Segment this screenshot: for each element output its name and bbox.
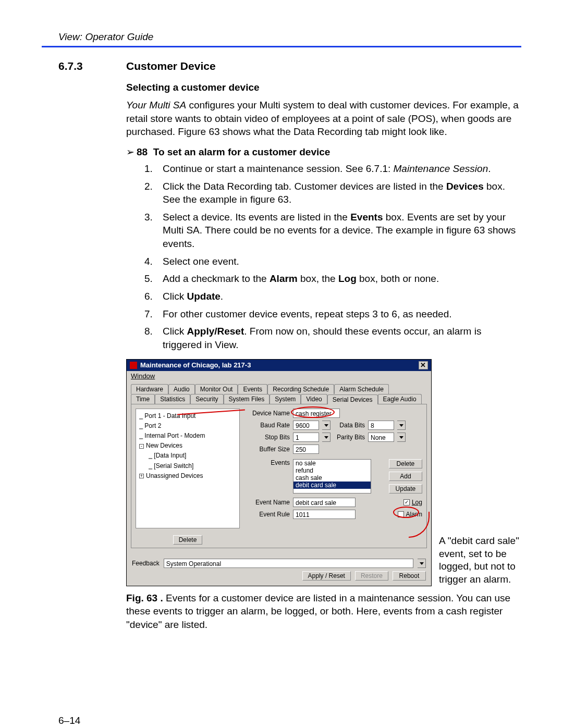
- tab-system[interactable]: System: [270, 394, 301, 404]
- fields-panel: Device Name cash register Baud Rate 9600…: [245, 409, 422, 544]
- procedure-heading: ➢88 To set an alarm for a customer devic…: [126, 146, 521, 158]
- data-bits-label: Data Bits: [334, 422, 365, 429]
- section-number: 6.7.3: [58, 60, 105, 72]
- step: For other customer device events, repeat…: [155, 307, 521, 321]
- events-update-button[interactable]: Update: [389, 484, 422, 493]
- events-label: Events: [245, 459, 290, 466]
- reboot-button[interactable]: Reboot: [393, 571, 426, 581]
- data-bits-select[interactable]: 8: [368, 421, 394, 430]
- app-icon: [130, 362, 137, 369]
- chevron-down-icon[interactable]: [397, 433, 406, 442]
- step: Select one event.: [155, 255, 521, 268]
- page-number: 6–14: [42, 715, 521, 726]
- annotation-circle-device-name: [291, 406, 335, 418]
- buffer-label: Buffer Size: [245, 446, 290, 453]
- window-title: Maintenance of Chicago, lab 217-3: [140, 361, 251, 369]
- event-rule-label: Event Rule: [245, 511, 290, 518]
- log-label: Log: [412, 499, 422, 506]
- list-item[interactable]: refund: [293, 467, 371, 474]
- intro-paragraph: Your Multi SA configures your Multi syst…: [126, 98, 521, 139]
- tab-time[interactable]: Time: [131, 394, 155, 404]
- tab-serial-devices[interactable]: Serial Devices: [327, 394, 378, 404]
- stop-bits-label: Stop Bits: [245, 434, 290, 441]
- chevron-down-icon[interactable]: [322, 433, 331, 442]
- event-name-input[interactable]: debit card sale: [293, 498, 356, 507]
- tab-strip: Hardware Audio Monitor Out Events Record…: [127, 381, 431, 404]
- events-add-button[interactable]: Add: [389, 472, 422, 481]
- parity-select[interactable]: None: [368, 433, 394, 442]
- step: Continue or start a maintenance session.…: [155, 162, 521, 176]
- header-rule: [42, 46, 521, 47]
- step: Click Update.: [155, 290, 521, 303]
- tree-delete-button[interactable]: Delete: [173, 535, 203, 545]
- tab-statistics[interactable]: Statistics: [155, 394, 190, 404]
- step: Add a checkmark to the Alarm box, the Lo…: [155, 272, 521, 286]
- chevron-down-icon[interactable]: [397, 421, 406, 430]
- section-title: Customer Device: [126, 60, 216, 72]
- chevron-down-icon[interactable]: [322, 421, 331, 430]
- tab-monitor-out[interactable]: Monitor Out: [195, 384, 238, 394]
- feedback-field[interactable]: System Operational: [164, 559, 413, 568]
- apply-reset-button[interactable]: Apply / Reset: [302, 571, 351, 581]
- events-listbox[interactable]: no sale refund cash sale debit card sale: [293, 459, 371, 493]
- page-header: View: Operator Guide: [42, 31, 521, 43]
- feedback-label: Feedback: [132, 560, 160, 567]
- buffer-input[interactable]: 250: [293, 445, 319, 454]
- tab-recording-schedule[interactable]: Recording Schedule: [267, 384, 334, 394]
- restore-button[interactable]: Restore: [355, 571, 388, 581]
- event-rule-input[interactable]: 1011: [293, 510, 356, 519]
- arrow-icon: ➢: [126, 146, 134, 157]
- tab-video[interactable]: Video: [301, 394, 327, 404]
- tab-hardware[interactable]: Hardware: [131, 384, 168, 394]
- step: Select a device. Its events are listed i…: [155, 211, 521, 251]
- bottom-bar: Feedback System Operational Apply / Rese…: [127, 552, 431, 586]
- tab-alarm-schedule[interactable]: Alarm Schedule: [334, 384, 389, 394]
- close-button[interactable]: ✕: [419, 361, 428, 369]
- device-tree[interactable]: ⎯ Port 1 - Data Input ⎯ Port 2 ⎯ Interna…: [136, 409, 240, 528]
- list-item[interactable]: debit card sale: [293, 482, 371, 489]
- parity-label: Parity Bits: [334, 434, 365, 441]
- subheading: Selecting a customer device: [126, 82, 521, 93]
- stop-bits-select[interactable]: 1: [293, 433, 319, 442]
- procedure-steps: Continue or start a maintenance session.…: [141, 162, 521, 352]
- intro-italic: Your Multi SA: [126, 100, 186, 110]
- tab-system-files[interactable]: System Files: [224, 394, 270, 404]
- screenshot-window: Maintenance of Chicago, lab 217-3 ✕ Wind…: [126, 359, 432, 586]
- step: Click Apply/Reset. From now on, should t…: [155, 325, 521, 351]
- tab-events[interactable]: Events: [238, 384, 267, 394]
- step: Click the Data Recording tab. Customer d…: [155, 180, 521, 206]
- list-item[interactable]: cash sale: [293, 474, 371, 482]
- list-item[interactable]: no sale: [293, 460, 371, 467]
- window-titlebar: Maintenance of Chicago, lab 217-3 ✕: [127, 360, 431, 371]
- tab-security[interactable]: Security: [190, 394, 223, 404]
- events-delete-button[interactable]: Delete: [389, 459, 422, 468]
- baud-label: Baud Rate: [245, 422, 290, 429]
- log-checkbox[interactable]: ✓: [403, 499, 410, 505]
- menu-window[interactable]: Window: [127, 371, 431, 381]
- device-name-label: Device Name: [245, 410, 290, 417]
- figure-caption: Fig. 63 . Events for a customer device a…: [126, 591, 521, 632]
- callout-annotation: A "debit card sale" event, set to be log…: [439, 535, 521, 586]
- baud-select[interactable]: 9600: [293, 421, 319, 430]
- event-name-label: Event Name: [245, 499, 290, 506]
- chevron-down-icon[interactable]: [418, 559, 426, 568]
- annotation-arrow: [409, 512, 430, 538]
- tab-eagle-audio[interactable]: Eagle Audio: [378, 394, 422, 404]
- tab-audio[interactable]: Audio: [168, 384, 195, 394]
